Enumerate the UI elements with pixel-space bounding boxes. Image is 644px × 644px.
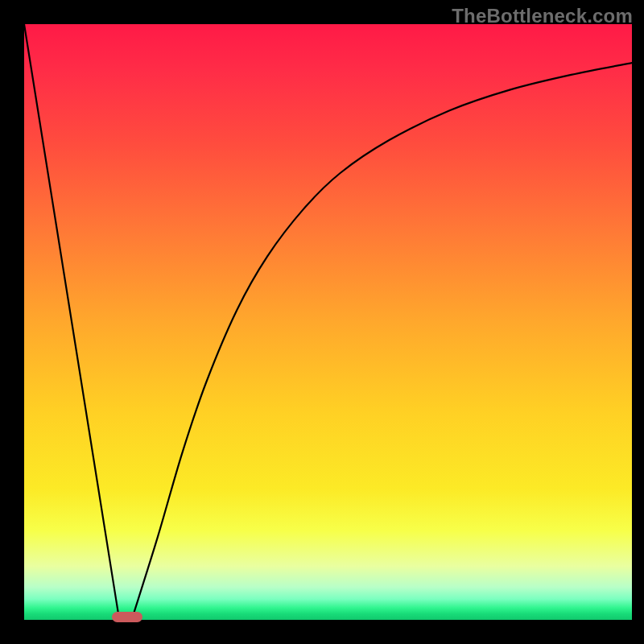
chart-frame: TheBottleneck.com (0, 0, 644, 644)
curves-layer (24, 24, 632, 620)
bottleneck-marker (112, 612, 142, 622)
watermark-text: TheBottleneck.com (452, 5, 633, 27)
left-line (24, 24, 118, 614)
plot-area (24, 24, 632, 620)
right-curve (134, 63, 632, 614)
